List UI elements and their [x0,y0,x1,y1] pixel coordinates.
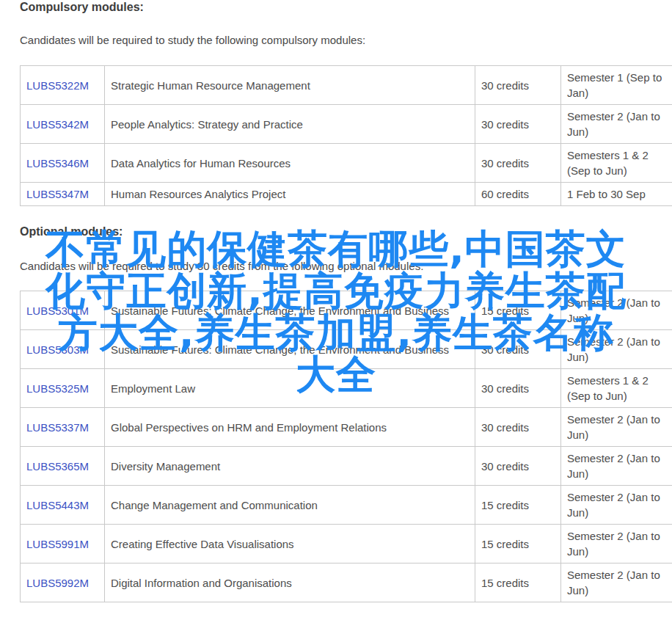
module-code-link[interactable]: LUBS5342M [26,118,89,131]
module-title: Change Management and Communication [105,486,475,525]
module-code-link[interactable]: LUBS5992M [26,577,89,589]
module-code-link[interactable]: LUBS5365M [26,460,89,473]
table-row: LUBS5365MDiversity Management30 creditsS… [21,447,672,486]
module-title: Creating Effective Data Visualisations [105,525,475,564]
module-code-link[interactable]: LUBS5991M [26,538,89,550]
module-semester: Semester 2 (Jan to Jun) [561,408,672,447]
module-code-cell: LUBS5346M [21,144,105,183]
module-credits: 60 credits [475,183,561,206]
table-row: LUBS5342MPeople Analytics: Strategy and … [21,105,672,144]
module-credits: 30 credits [475,66,561,105]
module-title: Data Analytics for Human Resources [105,144,475,183]
module-credits: 30 credits [475,105,561,144]
module-code-cell: LUBS5991M [21,525,105,564]
module-semester: Semester 1 (Sep to Jan) [561,66,672,105]
module-credits: 30 credits [475,447,561,486]
spam-overlay-line: 方大全,养生茶加盟,养生茶名称 [0,312,672,354]
table-row: LUBS5992MDigital Information and Organis… [21,564,672,602]
module-code-cell: LUBS5347M [21,183,105,206]
module-code-cell: LUBS5443M [21,486,105,525]
compulsory-modules-heading: Compulsory modules: [20,1,144,14]
module-code-link[interactable]: LUBS5347M [26,188,89,200]
module-title: Strategic Human Resource Management [105,66,475,105]
table-row: LUBS5322MStrategic Human Resource Manage… [21,66,672,105]
module-title: Diversity Management [105,447,475,486]
module-code-link[interactable]: LUBS5443M [26,499,89,511]
module-semester: Semester 2 (Jan to Jun) [561,564,672,602]
module-code-link[interactable]: LUBS5322M [26,79,89,92]
course-catalogue-page: Compulsory modules: Candidates will be r… [0,0,672,620]
module-semester: Semesters 1 & 2 (Sep to Jun) [561,144,672,183]
spam-overlay-line: 不常见的保健茶有哪些,中国茶文 [0,228,672,270]
table-row: LUBS5346MData Analytics for Human Resour… [21,144,672,183]
module-code-cell: LUBS5365M [21,447,105,486]
module-credits: 15 credits [475,525,561,564]
spam-overlay-line: 大全 [0,354,672,395]
compulsory-modules-intro: Candidates will be required to study the… [20,34,365,46]
module-code-cell: LUBS5342M [21,105,105,144]
module-title: Global Perspectives on HRM and Employmen… [105,408,475,447]
module-code-link[interactable]: LUBS5346M [26,157,89,169]
spam-text-overlay: 不常见的保健茶有哪些,中国茶文化守正创新,提高免疫力养生茶配方大全,养生茶加盟,… [0,228,672,395]
module-code-cell: LUBS5337M [21,408,105,447]
module-credits: 30 credits [475,408,561,447]
module-credits: 15 credits [475,564,561,602]
module-code-link[interactable]: LUBS5337M [26,421,89,434]
module-title: People Analytics: Strategy and Practice [105,105,475,144]
spam-overlay-line: 化守正创新,提高免疫力养生茶配 [0,270,672,312]
module-semester: Semester 2 (Jan to Jun) [561,525,672,564]
module-semester: Semester 2 (Jan to Jun) [561,486,672,525]
module-credits: 15 credits [475,486,561,525]
table-row: LUBS5347MHuman Resources Analytics Proje… [21,183,672,206]
module-title: Human Resources Analytics Project [105,183,475,206]
module-credits: 30 credits [475,144,561,183]
module-semester: Semester 2 (Jan to Jun) [561,447,672,486]
table-row: LUBS5443MChange Management and Communica… [21,486,672,525]
module-semester: 1 Feb to 30 Sep [561,183,672,206]
module-semester: Semester 2 (Jan to Jun) [561,105,672,144]
module-title: Digital Information and Organisations [105,564,475,602]
module-code-cell: LUBS5322M [21,66,105,105]
table-row: LUBS5991MCreating Effective Data Visuali… [21,525,672,564]
module-code-cell: LUBS5992M [21,564,105,602]
compulsory-modules-table: LUBS5322MStrategic Human Resource Manage… [20,65,672,206]
table-row: LUBS5337MGlobal Perspectives on HRM and … [21,408,672,447]
